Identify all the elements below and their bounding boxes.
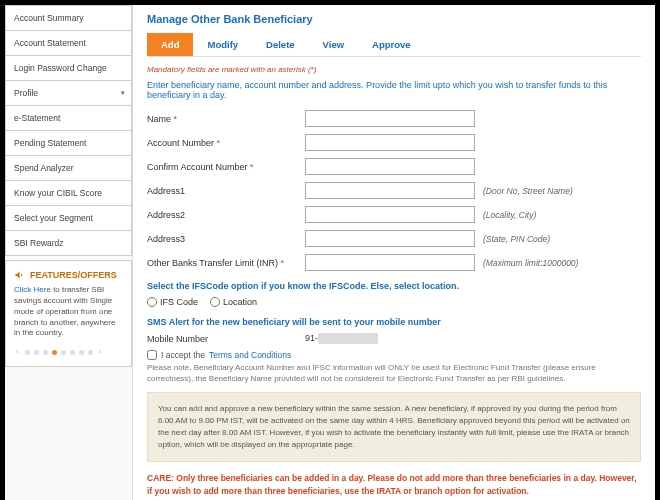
tab-approve[interactable]: Approve	[358, 33, 425, 56]
carousel-dots: ‹ ›	[14, 347, 123, 358]
nav-spend-analyzer[interactable]: Spend Analyzer	[5, 156, 132, 181]
carousel-dot[interactable]	[88, 350, 93, 355]
address3-label: Address3	[147, 234, 297, 244]
carousel-prev-icon[interactable]: ‹	[16, 347, 19, 358]
nav-e-statement[interactable]: e-Statement	[5, 106, 132, 131]
tab-add[interactable]: Add	[147, 33, 193, 56]
terms-text: I accept the	[161, 350, 205, 360]
offers-link[interactable]: Click Here	[14, 285, 51, 294]
address3-hint: (State, PIN Code)	[483, 234, 550, 244]
name-label: Name *	[147, 114, 297, 124]
offers-panel: FEATURES/OFFERS Click Here to transfer S…	[5, 260, 132, 367]
address2-input[interactable]	[305, 206, 475, 223]
address2-hint: (Locality, City)	[483, 210, 536, 220]
address1-hint: (Door No, Street Name)	[483, 186, 573, 196]
carousel-dot[interactable]	[70, 350, 75, 355]
carousel-dot[interactable]	[52, 350, 57, 355]
address3-input[interactable]	[305, 230, 475, 247]
offers-heading: FEATURES/OFFERS	[14, 269, 123, 281]
transfer-limit-hint: (Maximum limit:1000000)	[483, 258, 578, 268]
ifscode-note: Select the IFSCode option if you know th…	[147, 281, 641, 291]
ifscode-radio-group: IFS Code Location	[147, 297, 641, 307]
sms-alert-note: SMS Alert for the new beneficiary will b…	[147, 317, 641, 327]
account-number-input[interactable]	[305, 134, 475, 151]
location-radio[interactable]: Location	[210, 297, 257, 307]
nav-account-statement[interactable]: Account Statement	[5, 31, 132, 56]
terms-note: Please note, Beneficiary Account Number …	[147, 363, 641, 384]
transfer-limit-label: Other Banks Transfer Limit (INR) *	[147, 258, 297, 268]
intro-text: Enter beneficiary name, account number a…	[147, 80, 641, 100]
nav-cibil-score[interactable]: Know your CIBIL Score	[5, 181, 132, 206]
address1-input[interactable]	[305, 182, 475, 199]
nav-profile[interactable]: Profile	[5, 81, 132, 106]
mandatory-note: Mandatory fields are marked with an aste…	[147, 65, 641, 74]
page-title: Manage Other Bank Beneficiary	[147, 13, 641, 25]
address2-label: Address2	[147, 210, 297, 220]
care-warning: CARE: Only three beneficiaries can be ad…	[147, 472, 641, 498]
terms-link[interactable]: Terms and Conditions	[209, 350, 291, 360]
nav-pending-statement[interactable]: Pending Statement	[5, 131, 132, 156]
terms-checkbox[interactable]	[147, 350, 157, 360]
nav-login-password-change[interactable]: Login Password Change	[5, 56, 132, 81]
address1-label: Address1	[147, 186, 297, 196]
main-content: Manage Other Bank Beneficiary Add Modify…	[133, 5, 655, 500]
sidebar: Account Summary Account Statement Login …	[5, 5, 133, 500]
ifs-code-radio[interactable]: IFS Code	[147, 297, 198, 307]
beneficiary-form: Name * Account Number * Confirm Account …	[147, 110, 641, 271]
offers-text: Click Here to transfer SBI savings accou…	[14, 285, 123, 339]
nav-select-segment[interactable]: Select your Segment	[5, 206, 132, 231]
megaphone-icon	[14, 269, 26, 281]
carousel-dot[interactable]	[43, 350, 48, 355]
carousel-next-icon[interactable]: ›	[99, 347, 102, 358]
mobile-number-value: 91-	[305, 333, 378, 344]
tab-view[interactable]: View	[309, 33, 358, 56]
account-number-label: Account Number *	[147, 138, 297, 148]
nav-account-summary[interactable]: Account Summary	[5, 5, 132, 31]
mobile-masked	[318, 333, 378, 344]
tab-delete[interactable]: Delete	[252, 33, 309, 56]
tab-modify[interactable]: Modify	[193, 33, 252, 56]
confirm-account-number-input[interactable]	[305, 158, 475, 175]
nav-sbi-rewardz[interactable]: SBI Rewardz	[5, 231, 132, 256]
carousel-dot[interactable]	[25, 350, 30, 355]
name-input[interactable]	[305, 110, 475, 127]
mobile-number-label: Mobile Number	[147, 334, 297, 344]
activation-info-box: You can add and approve a new beneficiar…	[147, 392, 641, 462]
carousel-dot[interactable]	[79, 350, 84, 355]
carousel-dot[interactable]	[34, 350, 39, 355]
tabs: Add Modify Delete View Approve	[147, 33, 641, 57]
carousel-dot[interactable]	[61, 350, 66, 355]
confirm-account-number-label: Confirm Account Number *	[147, 162, 297, 172]
transfer-limit-input[interactable]	[305, 254, 475, 271]
